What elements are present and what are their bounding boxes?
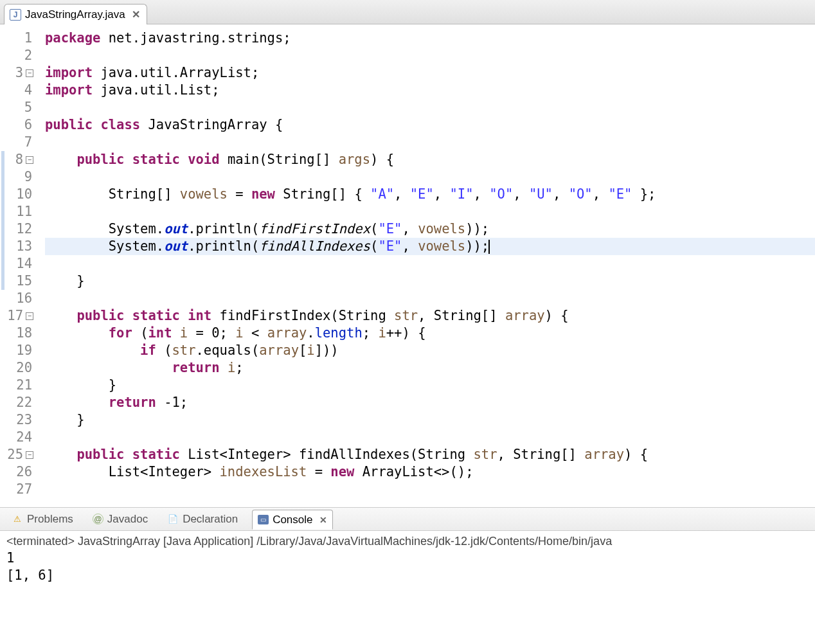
- line-number: 11: [0, 203, 32, 220]
- code-line[interactable]: [45, 290, 815, 307]
- code-line[interactable]: [45, 134, 815, 151]
- code-line[interactable]: [45, 168, 815, 186]
- code-line[interactable]: }: [45, 377, 815, 394]
- tab-console[interactable]: ▭ Console ✕: [252, 510, 332, 530]
- tab-declaration-label: Declaration: [183, 513, 238, 526]
- text-cursor: [488, 240, 490, 254]
- code-line[interactable]: [45, 429, 815, 446]
- code-line[interactable]: List<Integer> indexesList = new ArrayLis…: [45, 463, 815, 481]
- tab-console-label: Console: [273, 514, 312, 526]
- code-line[interactable]: System.out.println(findAllIndexes("E", v…: [45, 238, 815, 255]
- tab-problems[interactable]: ⚠ Problems: [6, 510, 78, 528]
- line-number: 6: [0, 116, 32, 134]
- code-line[interactable]: [45, 481, 815, 498]
- code-lines[interactable]: package net.javastring.strings;import ja…: [37, 30, 815, 507]
- code-line[interactable]: import java.util.List;: [45, 82, 815, 99]
- code-line[interactable]: return -1;: [45, 394, 815, 411]
- close-icon[interactable]: ✕: [319, 515, 327, 525]
- line-number: 20: [0, 359, 32, 377]
- editor-pane: J JavaStringArray.java ✕ 123−45678−91011…: [0, 0, 815, 508]
- code-line[interactable]: import java.util.ArrayList;: [45, 64, 815, 82]
- code-line[interactable]: [45, 203, 815, 220]
- code-line[interactable]: [45, 255, 815, 273]
- close-icon[interactable]: ✕: [132, 8, 140, 21]
- line-number: 7: [0, 134, 32, 151]
- line-number: 13: [0, 238, 32, 255]
- line-number: 25−: [0, 446, 32, 463]
- line-number: 9: [0, 168, 32, 186]
- code-line[interactable]: for (int i = 0; i < array.length; i++) {: [45, 325, 815, 342]
- line-number: 8−: [0, 151, 32, 168]
- console-output[interactable]: 1 [1, 6]: [0, 550, 815, 584]
- line-gutter: 123−45678−91011121314151617−181920212223…: [0, 30, 37, 507]
- console-status: <terminated> JavaStringArray [Java Appli…: [0, 531, 815, 550]
- line-number: 17−: [0, 307, 32, 325]
- code-line[interactable]: }: [45, 273, 815, 290]
- line-number: 24: [0, 429, 32, 446]
- line-number: 5: [0, 99, 32, 116]
- javadoc-icon: @: [93, 514, 103, 524]
- code-line[interactable]: public static List<Integer> findAllIndex…: [45, 446, 815, 463]
- code-area[interactable]: 123−45678−91011121314151617−181920212223…: [0, 24, 815, 507]
- problems-icon: ⚠: [12, 514, 23, 525]
- line-number: 14: [0, 255, 32, 273]
- fold-toggle-icon[interactable]: −: [26, 69, 33, 77]
- code-line[interactable]: return i;: [45, 359, 815, 377]
- line-number: 19: [0, 342, 32, 359]
- code-line[interactable]: [45, 47, 815, 64]
- line-number: 26: [0, 463, 32, 481]
- line-number: 10: [0, 186, 32, 203]
- code-line[interactable]: String[] vowels = new String[] { "A", "E…: [45, 186, 815, 203]
- line-number: 2: [0, 47, 32, 64]
- code-line[interactable]: if (str.equals(array[i])): [45, 342, 815, 359]
- tab-problems-label: Problems: [27, 513, 73, 526]
- code-line[interactable]: public class JavaStringArray {: [45, 116, 815, 134]
- tab-declaration[interactable]: 📄 Declaration: [162, 510, 243, 528]
- java-file-icon: J: [10, 9, 21, 21]
- console-icon: ▭: [258, 515, 269, 524]
- fold-toggle-icon[interactable]: −: [26, 312, 33, 320]
- declaration-icon: 📄: [167, 514, 179, 525]
- code-line[interactable]: System.out.println(findFirstIndex("E", v…: [45, 220, 815, 238]
- code-line[interactable]: public static int findFirstIndex(String …: [45, 307, 815, 325]
- code-line[interactable]: }: [45, 411, 815, 429]
- fold-toggle-icon[interactable]: −: [26, 156, 33, 164]
- line-number: 18: [0, 325, 32, 342]
- editor-tab[interactable]: J JavaStringArray.java ✕: [4, 4, 147, 24]
- line-number: 12: [0, 220, 32, 238]
- panel-tab-bar: ⚠ Problems @ Javadoc 📄 Declaration ▭ Con…: [0, 508, 815, 531]
- tab-javadoc[interactable]: @ Javadoc: [87, 510, 153, 528]
- code-line[interactable]: [45, 99, 815, 116]
- editor-tab-bar: J JavaStringArray.java ✕: [0, 0, 815, 24]
- line-number: 4: [0, 82, 32, 99]
- line-number: 23: [0, 411, 32, 429]
- line-number: 15: [0, 273, 32, 290]
- code-line[interactable]: package net.javastring.strings;: [45, 30, 815, 47]
- line-number: 27: [0, 481, 32, 498]
- line-number: 16: [0, 290, 32, 307]
- tab-filename: JavaStringArray.java: [25, 8, 125, 21]
- line-number: 22: [0, 394, 32, 411]
- line-number: 1: [0, 30, 32, 47]
- fold-toggle-icon[interactable]: −: [26, 451, 33, 459]
- line-number: 3−: [0, 64, 32, 82]
- bottom-panel: ⚠ Problems @ Javadoc 📄 Declaration ▭ Con…: [0, 508, 815, 644]
- tab-javadoc-label: Javadoc: [107, 513, 148, 526]
- line-number: 21: [0, 377, 32, 394]
- code-line[interactable]: public static void main(String[] args) {: [45, 151, 815, 168]
